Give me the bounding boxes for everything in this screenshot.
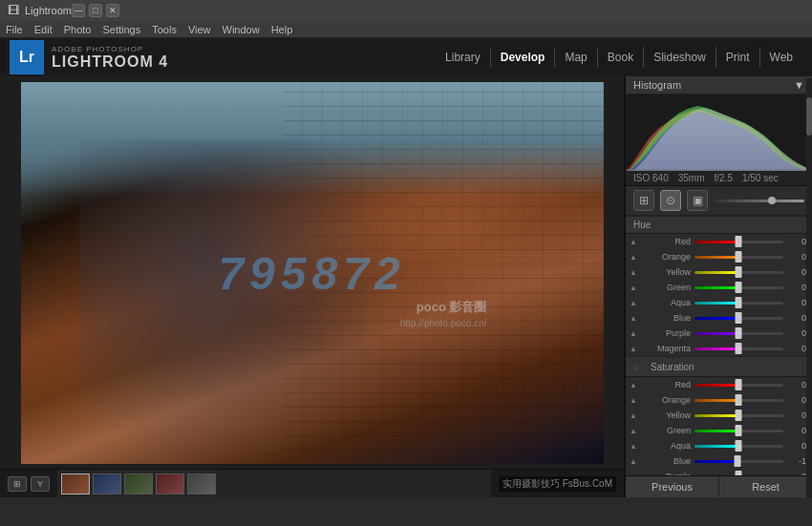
bottom-bar: ⊞ Y 实用摄影技巧 FsBus.CoM — [0, 469, 624, 497]
panel-scroll[interactable]: Hue ▲ Red 0 ▲ Orange 0 ▲ — [626, 216, 812, 475]
hue-purple-row: ▲ Purple 0 — [626, 326, 812, 341]
hue-green-slider[interactable] — [694, 286, 783, 289]
sat-blue-value: -1 — [787, 456, 806, 466]
sat-red-arrow: ▲ — [630, 381, 637, 389]
loupe-view-button[interactable]: Y — [31, 476, 50, 492]
bottom-watermark: 实用摄影技巧 FsBus.CoM — [499, 476, 616, 492]
menu-tools[interactable]: Tools — [152, 24, 177, 35]
tab-map[interactable]: Map — [554, 47, 596, 68]
sat-yellow-arrow: ▲ — [630, 411, 637, 420]
maximize-button[interactable]: □ — [89, 4, 102, 17]
menu-photo[interactable]: Photo — [64, 24, 92, 35]
sat-blue-arrow: ▲ — [630, 457, 637, 466]
reset-button[interactable]: Reset — [719, 476, 812, 497]
hue-orange-arrow: ▲ — [630, 253, 637, 262]
hue-aqua-slider[interactable] — [694, 302, 783, 305]
close-button[interactable]: ✕ — [106, 4, 119, 17]
sat-orange-value: 0 — [787, 395, 806, 405]
circle-tool-icon[interactable]: ⊙ — [660, 190, 681, 211]
sat-aqua-slider[interactable] — [694, 445, 783, 448]
hue-blue-row: ▲ Blue 0 — [626, 310, 812, 326]
lr-brand: ADOBE PHOTOSHOP LIGHTROOM 4 — [52, 45, 168, 71]
tab-develop[interactable]: Develop — [490, 47, 555, 68]
menu-file[interactable]: File — [6, 24, 23, 35]
sat-orange-arrow: ▲ — [630, 396, 637, 405]
hue-magenta-arrow: ▲ — [630, 345, 637, 353]
menu-window[interactable]: Window — [223, 24, 260, 35]
hue-red-value: 0 — [787, 237, 806, 246]
nav-tabs: Library Develop Map Book Slideshow Print… — [436, 47, 802, 68]
tab-print[interactable]: Print — [716, 47, 759, 68]
hue-orange-row: ▲ Orange 0 — [626, 249, 812, 264]
hue-orange-label: Orange — [641, 252, 691, 262]
tab-web[interactable]: Web — [759, 47, 802, 68]
hue-aqua-arrow: ▲ — [630, 299, 637, 307]
hue-blue-arrow: ▲ — [630, 314, 637, 323]
tab-library[interactable]: Library — [436, 47, 490, 68]
filmstrip-thumb[interactable] — [93, 473, 121, 494]
hue-magenta-slider[interactable] — [694, 347, 783, 350]
tab-book[interactable]: Book — [597, 47, 643, 68]
grid-tool-icon[interactable]: ⊞ — [633, 190, 654, 211]
hue-magenta-label: Magenta — [641, 344, 691, 353]
hue-green-row: ▲ Green 0 — [626, 280, 812, 295]
sat-yellow-row: ▲ Yellow 0 — [626, 408, 812, 423]
scrollbar-thumb[interactable] — [806, 97, 812, 136]
filmstrip-thumb[interactable] — [156, 473, 184, 494]
saturation-section-header: ○Saturation — [626, 356, 812, 377]
hue-red-arrow: ▲ — [630, 238, 637, 246]
previous-button[interactable]: Previous — [626, 476, 719, 497]
filmstrip-area — [57, 470, 491, 497]
hue-red-slider[interactable] — [694, 241, 783, 243]
sat-green-value: 0 — [787, 426, 806, 435]
hue-yellow-slider[interactable] — [694, 271, 783, 274]
histogram-chart — [626, 95, 812, 171]
lr-logo: Lr — [10, 40, 44, 74]
sat-orange-slider[interactable] — [694, 399, 783, 402]
hue-red-row: ▲ Red 0 — [626, 234, 812, 249]
tool-slider[interactable] — [714, 200, 804, 202]
sat-blue-slider[interactable] — [694, 460, 783, 463]
hue-purple-slider[interactable] — [694, 332, 783, 335]
hue-yellow-value: 0 — [787, 267, 806, 277]
filmstrip-thumb[interactable] — [187, 473, 216, 494]
menu-edit[interactable]: Edit — [34, 24, 53, 35]
hue-purple-label: Purple — [641, 328, 691, 338]
sat-green-slider[interactable] — [694, 430, 783, 432]
photo-area: 795872 poco 影音圈 http://photo.poco.cn/ ⊞ … — [0, 76, 626, 497]
menu-help[interactable]: Help — [271, 24, 293, 35]
sat-green-row: ▲ Green 0 — [626, 423, 812, 438]
sat-yellow-slider[interactable] — [694, 414, 783, 417]
minimize-button[interactable]: — — [72, 4, 85, 17]
sat-purple-row: ▲ Purple 0 — [626, 469, 812, 475]
rect-tool-icon[interactable]: ▣ — [687, 190, 708, 211]
menu-view[interactable]: View — [188, 24, 211, 35]
hue-purple-value: 0 — [787, 328, 806, 338]
sat-red-value: 0 — [787, 380, 806, 389]
panel-buttons: Previous Reset — [626, 475, 812, 497]
histogram-collapse-icon[interactable]: ▼ — [794, 79, 804, 91]
hue-red-label: Red — [641, 237, 691, 246]
filmstrip-view-button[interactable]: ⊞ — [8, 476, 27, 492]
focal-info: 35mm — [678, 173, 705, 183]
tab-slideshow[interactable]: Slideshow — [643, 47, 716, 68]
panel-scrollbar[interactable] — [806, 78, 812, 497]
hue-blue-slider[interactable] — [694, 317, 783, 320]
sat-green-arrow: ▲ — [630, 427, 637, 435]
sat-purple-slider[interactable] — [694, 475, 783, 476]
menu-settings[interactable]: Settings — [102, 24, 140, 35]
filmstrip-thumb[interactable] — [61, 473, 90, 494]
sat-red-label: Red — [641, 380, 691, 389]
sat-red-slider[interactable] — [694, 384, 783, 387]
hue-aqua-value: 0 — [787, 298, 806, 307]
filmstrip-thumb[interactable] — [124, 473, 153, 494]
hue-orange-slider[interactable] — [694, 256, 783, 259]
saturation-toggle[interactable]: ○ — [633, 360, 647, 373]
titlebar-controls: — □ ✕ — [72, 4, 119, 17]
hue-green-arrow: ▲ — [630, 284, 637, 292]
hue-purple-arrow: ▲ — [630, 329, 637, 338]
sat-blue-row: ▲ Blue -1 — [626, 453, 812, 469]
photo-container[interactable]: 795872 poco 影音圈 http://photo.poco.cn/ — [0, 76, 624, 469]
tool-row: ⊞ ⊙ ▣ — [626, 186, 812, 216]
menubar: File Edit Photo Settings Tools View Wind… — [0, 21, 812, 38]
